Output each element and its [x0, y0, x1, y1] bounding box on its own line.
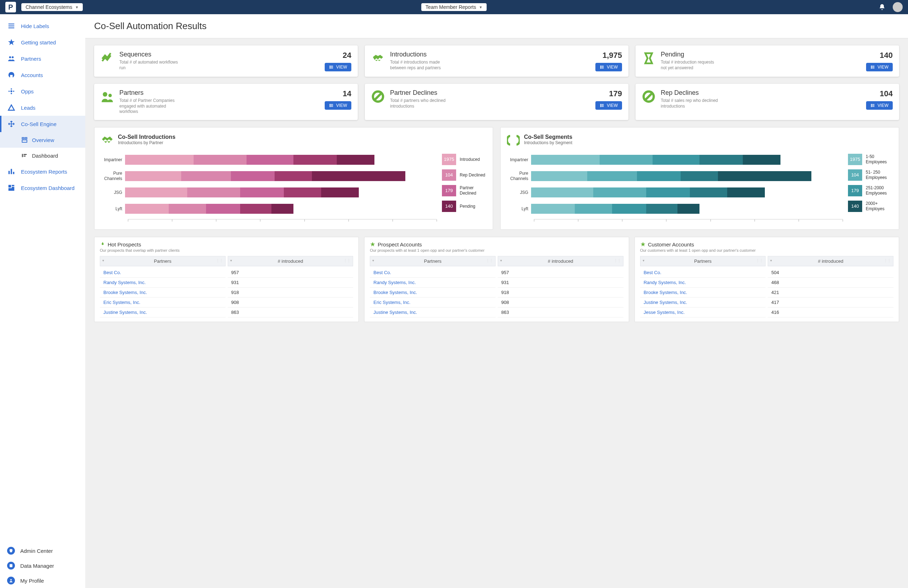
sidebar-admin-center[interactable]: Admin Center: [0, 543, 85, 558]
table-title: Prospect Accounts: [370, 241, 623, 247]
table-cell-partner[interactable]: Justine Systems, Inc.: [100, 307, 225, 317]
sidebar-sub-dashboard[interactable]: Dashboard: [0, 148, 85, 163]
table-cell-partner[interactable]: Justine Systems, Inc.: [370, 307, 496, 317]
table-cell-partner[interactable]: Eric Systems, Inc.: [100, 297, 225, 307]
grip-icon: ⋮⋮: [756, 259, 763, 262]
table-cell-partner[interactable]: Best Co.: [100, 268, 225, 278]
chart-segment: [531, 171, 587, 181]
chart-segment: [231, 171, 275, 181]
chart-segment: [284, 188, 321, 198]
table-header[interactable]: ▾# introduced⋮⋮: [498, 256, 623, 266]
chart-segment: [125, 188, 187, 198]
chart-legend: 1975Introduced104Rep Declined179Partner …: [442, 154, 486, 223]
legend-swatch: 104: [442, 169, 456, 181]
table-description: Our prospects with at least 1 open opp a…: [370, 248, 623, 252]
sidebar-item-accounts[interactable]: Accounts: [0, 67, 85, 83]
sidebar-item-ecosystem-dashboard[interactable]: Ecosystem Dashboard: [0, 180, 85, 196]
sidebar-item-partners[interactable]: Partners: [0, 50, 85, 67]
table-header[interactable]: ▾Partners⋮⋮: [100, 256, 225, 266]
svg-point-9: [11, 93, 12, 95]
view-button[interactable]: VIEW: [596, 101, 622, 110]
handshake-icon: [371, 51, 385, 65]
svg-line-52: [375, 93, 382, 100]
table-cell-partner[interactable]: Randy Systems, Inc.: [370, 278, 496, 288]
chart-segment: [193, 155, 246, 165]
workspace-dropdown[interactable]: Channel Ecosystems ▼: [21, 3, 83, 11]
table-header[interactable]: ▾Partners⋮⋮: [640, 256, 766, 266]
table-cell-partner[interactable]: Randy Systems, Inc.: [100, 278, 225, 288]
table-cell-partner[interactable]: Randy Systems, Inc.: [640, 278, 766, 288]
chart-bar: [531, 188, 843, 198]
sidebar-item-label: Co-Sell Engine: [21, 121, 56, 127]
table-cell-count: 468: [768, 278, 894, 288]
table-cell-partner[interactable]: Brooke Systems, Inc.: [100, 288, 225, 297]
view-button[interactable]: VIEW: [325, 101, 351, 110]
logo[interactable]: P: [5, 2, 16, 13]
kpi-grid: Sequences Total # of automated workflows…: [94, 45, 899, 120]
sidebar-item-getting-started[interactable]: Getting started: [0, 34, 85, 50]
table-cell-partner[interactable]: Best Co.: [370, 268, 496, 278]
svg-point-44: [108, 94, 112, 97]
view-button[interactable]: VIEW: [866, 101, 893, 110]
chart-bar-row: Pure Channels: [507, 170, 843, 182]
chart-bar: [125, 188, 436, 198]
table-cell-count: 504: [768, 268, 894, 278]
view-button[interactable]: VIEW: [596, 63, 622, 71]
sidebar-item-label: Ecosystem Dashboard: [21, 185, 75, 191]
table-title-text: Customer Accounts: [648, 241, 694, 247]
table-cell-partner[interactable]: Eric Systems, Inc.: [370, 297, 496, 307]
sort-icon: ▾: [102, 259, 104, 262]
sidebar-item-hide-labels[interactable]: Hide Labels: [0, 18, 85, 34]
kpi-title: Sequences: [119, 51, 319, 58]
svg-point-24: [10, 579, 12, 580]
sidebar-data-manager[interactable]: Data Manager: [0, 558, 85, 573]
list-icon: [600, 103, 605, 108]
legend-item: 1402000+ Employes: [848, 201, 892, 212]
svg-line-60: [646, 93, 652, 100]
view-label: VIEW: [877, 64, 889, 70]
svg-rect-19: [8, 185, 11, 188]
sidebar-item-label: Accounts: [21, 72, 43, 78]
svg-point-35: [601, 67, 601, 67]
kpi-title: Rep Declines: [661, 89, 861, 96]
chart-segment: [206, 204, 240, 214]
table-cell-partner[interactable]: Justine Systems, Inc.: [640, 297, 766, 307]
chart-area: ImpartnerPure ChannelsJSGLyft: [101, 154, 436, 223]
chart-segment: [646, 204, 678, 214]
table-cell-partner[interactable]: Brooke Systems, Inc.: [640, 288, 766, 297]
sidebar-my-profile[interactable]: My Profile: [0, 573, 85, 588]
chart-bar: [125, 204, 436, 214]
kpi-value: 179: [609, 89, 622, 98]
kpi-description: Total # partners who declined introducti…: [390, 98, 451, 109]
table-cell-partner[interactable]: Best Co.: [640, 268, 766, 278]
sidebar-item-ecosystem-reports[interactable]: Ecosystem Reports: [0, 163, 85, 180]
list-icon: [329, 103, 334, 108]
svg-rect-17: [11, 169, 12, 174]
sidebar-item-opps[interactable]: Opps: [0, 83, 85, 100]
view-label: VIEW: [336, 103, 347, 108]
kpi-card: Rep Declines Total # sales rep who decli…: [636, 84, 899, 120]
grip-icon: ⋮⋮: [614, 259, 621, 262]
kpi-description: Total # of Partner Companies engaged wit…: [119, 98, 180, 115]
sidebar-sub-overview[interactable]: Overview: [0, 132, 85, 148]
sidebar-item-leads[interactable]: Leads: [0, 100, 85, 116]
table-header[interactable]: ▾Partners⋮⋮: [370, 256, 496, 266]
chart-grid: Co-Sell Introductions Introductions by P…: [94, 127, 899, 230]
reports-dropdown[interactable]: Team Member Reports ▼: [421, 3, 487, 11]
table-cell-partner[interactable]: Jesse Systems, Inc.: [640, 307, 766, 317]
table-cell-partner[interactable]: Brooke Systems, Inc.: [370, 288, 496, 297]
legend-swatch: 140: [848, 201, 862, 212]
notifications-icon[interactable]: [879, 3, 885, 11]
sidebar-sub-label: Overview: [32, 137, 54, 143]
view-label: VIEW: [607, 64, 618, 70]
table-header[interactable]: ▾# introduced⋮⋮: [768, 256, 894, 266]
sidebar-item-cosell-engine[interactable]: Co-Sell Engine: [0, 116, 85, 132]
legend-label: Partner Declined: [460, 185, 486, 196]
view-button[interactable]: VIEW: [325, 63, 351, 71]
table-cell-count: 421: [768, 288, 894, 297]
view-button[interactable]: VIEW: [866, 63, 893, 71]
table-header[interactable]: ▾# introduced⋮⋮: [228, 256, 353, 266]
chart-segment: [727, 188, 765, 198]
chart-segment: [321, 188, 359, 198]
avatar[interactable]: [893, 2, 903, 12]
